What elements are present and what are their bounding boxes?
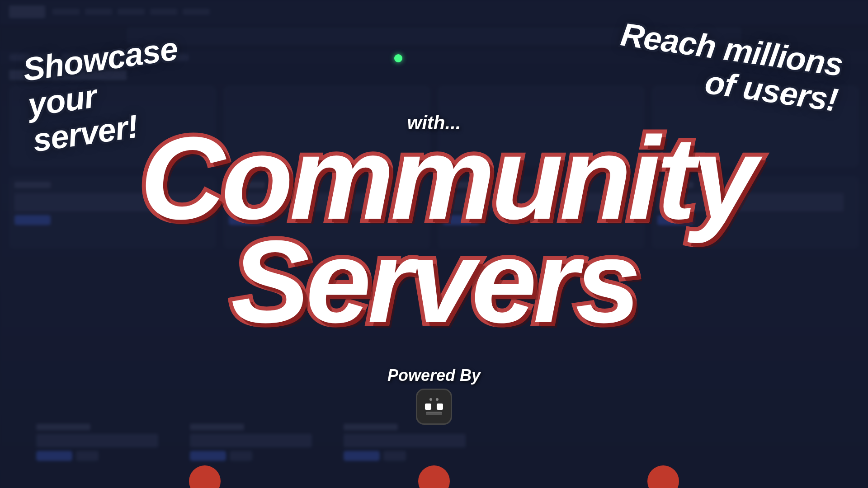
robot-antenna-left — [429, 398, 432, 401]
robot-antenna-right — [436, 398, 439, 401]
showcase-line1: Showcase your — [21, 30, 180, 123]
bottom-circles-row — [0, 465, 868, 488]
content-layer: Showcase your server! Reach millions of … — [0, 0, 868, 488]
bottom-circle-left — [189, 465, 221, 488]
robot-mouth — [426, 412, 442, 415]
robot-antenna-row — [429, 398, 439, 401]
robot-icon — [416, 389, 452, 425]
robot-eyes-row — [425, 404, 443, 410]
main-title-container: Community Servers — [140, 127, 728, 333]
bottom-circle-right — [647, 465, 679, 488]
main-title-line1: Community — [140, 127, 728, 230]
bottom-circle-center — [418, 465, 450, 488]
powered-by-label: Powered By — [387, 366, 481, 385]
powered-by-section: Powered By — [387, 366, 481, 425]
reach-text: Reach millions of users! — [613, 16, 844, 118]
main-title-line2: Servers — [140, 230, 728, 333]
robot-eye-left — [425, 404, 431, 410]
green-dot-indicator — [394, 54, 402, 62]
robot-eye-right — [437, 404, 443, 410]
